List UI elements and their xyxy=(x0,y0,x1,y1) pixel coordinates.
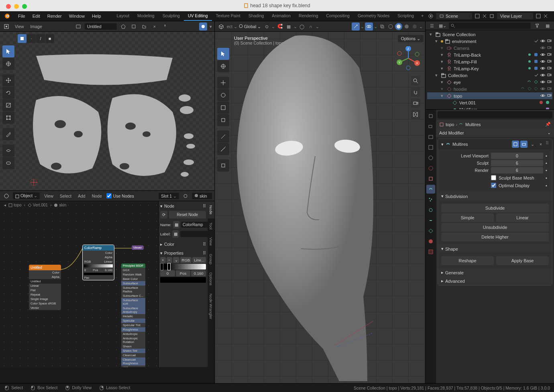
tree-row[interactable]: ▾ Camera xyxy=(427,45,552,51)
side-tab-view[interactable]: View xyxy=(208,233,214,249)
xray-toggle[interactable] xyxy=(378,22,386,31)
side-tab-group[interactable]: Group xyxy=(208,250,214,268)
render-toggle[interactable] xyxy=(547,39,552,44)
side-tab-tool[interactable]: Tool xyxy=(208,218,214,233)
proportional-toggle[interactable]: ◯ xyxy=(298,22,306,31)
tree-row[interactable]: Vert.001 xyxy=(427,99,552,106)
side-tab-node[interactable]: Node xyxy=(208,201,214,218)
ws-shading[interactable]: Shading xyxy=(244,11,268,21)
ws-layout[interactable]: Layout xyxy=(113,11,134,21)
menu-help[interactable]: Help xyxy=(88,12,105,20)
delete-higher-btn[interactable]: Delete Higher xyxy=(441,233,549,241)
ws-add[interactable]: + xyxy=(418,11,427,21)
uv-tool-rip[interactable] xyxy=(2,145,14,157)
uv-tool-grab[interactable] xyxy=(2,157,14,169)
vp-tool-cursor[interactable] xyxy=(217,60,229,72)
tree-row[interactable]: Modifiers xyxy=(427,106,552,109)
snap-mode[interactable]: ▦ xyxy=(285,22,293,31)
props-tab-object[interactable] xyxy=(426,174,435,183)
tree-row[interactable]: ▾ TriLamp-Fill xyxy=(427,58,552,65)
pan-icon[interactable] xyxy=(411,87,420,97)
visibility-toggle[interactable] xyxy=(540,52,546,58)
visibility-toggle[interactable] xyxy=(540,73,546,78)
layer-delete-icon[interactable] xyxy=(544,14,548,18)
uv-tool-scale[interactable] xyxy=(2,99,14,111)
mod-display-edit[interactable] xyxy=(512,141,519,148)
outliner-new-collection[interactable]: ▦ xyxy=(544,22,552,30)
props-tab-mesh[interactable] xyxy=(426,227,435,235)
node-select-menu[interactable]: Select xyxy=(58,193,73,199)
editor-type-shader[interactable] xyxy=(2,192,10,200)
object-mode-selector[interactable]: Object ⌄ xyxy=(13,192,40,199)
scene-delete-icon[interactable] xyxy=(483,14,487,18)
render-toggle[interactable] xyxy=(547,73,552,78)
outliner-display-mode[interactable]: ▦⌄ xyxy=(438,22,446,30)
tree-row[interactable]: ▾ environment xyxy=(427,38,552,45)
node-name-input[interactable] xyxy=(181,222,208,228)
zoom-icon[interactable] xyxy=(411,76,420,86)
tree-row[interactable]: ▾ topo xyxy=(427,92,552,99)
visibility-toggle[interactable] xyxy=(540,80,546,85)
subdivision-section[interactable]: ▾ Subdivision xyxy=(438,192,552,200)
ws-scripting[interactable]: Scripting xyxy=(393,11,418,21)
unlink-image-icon[interactable]: × xyxy=(151,22,159,31)
uv-tool-annotate[interactable] xyxy=(2,128,14,140)
colorramp-gradient[interactable] xyxy=(160,264,206,270)
pivot-icon[interactable]: ⊙ xyxy=(263,22,271,31)
apply-base-btn[interactable]: Apply Base xyxy=(496,256,549,265)
uv-view-menu[interactable]: View xyxy=(13,23,26,30)
uv-tool-move[interactable] xyxy=(2,74,14,86)
vp-tool-transform[interactable] xyxy=(217,114,229,126)
node-principled-bsdf[interactable]: Principled BSDF GGX Random Walk Base Col… xyxy=(121,263,145,367)
reset-node-btn[interactable]: Reset Node xyxy=(169,211,206,218)
vp-tool-measure[interactable] xyxy=(217,143,229,155)
pin-icon[interactable] xyxy=(161,22,169,31)
props-tab-modifiers[interactable] xyxy=(426,185,435,194)
show-gizmo[interactable] xyxy=(352,22,360,31)
fake-user-icon[interactable] xyxy=(119,22,127,31)
simple-btn[interactable]: Simple xyxy=(441,213,494,222)
vp-tool-add-cube[interactable] xyxy=(217,159,229,172)
disclosure-icon[interactable]: ▾ xyxy=(435,39,439,44)
reset-icon[interactable]: ⟳ xyxy=(160,211,167,218)
exclude-toggle[interactable] xyxy=(534,39,539,44)
image-name-input[interactable] xyxy=(85,23,117,30)
subdivide-btn[interactable]: Subdivide xyxy=(441,204,549,212)
crumb-mesh[interactable]: Vert.001 xyxy=(28,203,48,207)
level-render-input[interactable]: 6 xyxy=(491,167,543,174)
render-toggle[interactable] xyxy=(547,45,552,51)
ramp-stop-index[interactable]: 0 xyxy=(160,270,175,276)
viewport-3d[interactable]: Options ⌄ User Perspective (0) Scene Col… xyxy=(215,32,425,383)
scene-new-icon[interactable] xyxy=(475,13,480,19)
mod-display-viewport[interactable] xyxy=(520,141,528,148)
disclosure-icon[interactable]: ▾ xyxy=(441,86,445,92)
zoom-window[interactable] xyxy=(22,4,27,9)
props-tab-particles[interactable] xyxy=(426,195,435,204)
node-label-input[interactable] xyxy=(180,231,208,237)
props-tab-render[interactable] xyxy=(426,122,435,131)
props-tab-physics[interactable] xyxy=(426,206,435,214)
unsubdivide-btn[interactable]: Unsubdivide xyxy=(441,223,549,232)
render-toggle[interactable] xyxy=(547,66,552,71)
render-toggle[interactable] xyxy=(547,80,552,85)
ramp-pos-value[interactable]: 0.160 xyxy=(191,270,206,276)
crumb-mat[interactable]: skin xyxy=(54,203,66,207)
browse-layer-icon[interactable] xyxy=(489,13,495,19)
disclosure-icon[interactable]: ▾ xyxy=(430,32,434,37)
node-canvas[interactable]: ◂ topo › Vert.001 › skin Untitled Color … xyxy=(0,201,214,367)
uv-editor-viewport[interactable]: · / ■ xyxy=(0,32,214,190)
side-tab-options[interactable]: Options xyxy=(208,268,214,290)
visibility-toggle[interactable] xyxy=(540,39,546,44)
visibility-toggle[interactable] xyxy=(540,93,546,99)
linear-btn[interactable]: Linear xyxy=(496,213,549,222)
visibility-toggle[interactable] xyxy=(540,59,546,65)
shade-wireframe[interactable] xyxy=(387,23,394,30)
browse-scene-icon[interactable] xyxy=(428,13,434,19)
vp-tool-scale[interactable] xyxy=(217,102,229,114)
snap-toggle[interactable]: 🧲 xyxy=(276,22,284,31)
disclosure-icon[interactable]: ▾ xyxy=(441,52,445,57)
mod-delete[interactable]: × xyxy=(537,141,544,148)
menu-edit[interactable]: Edit xyxy=(29,12,44,20)
ws-sculpting[interactable]: Sculpting xyxy=(159,11,184,21)
show-overlays[interactable] xyxy=(365,22,373,31)
